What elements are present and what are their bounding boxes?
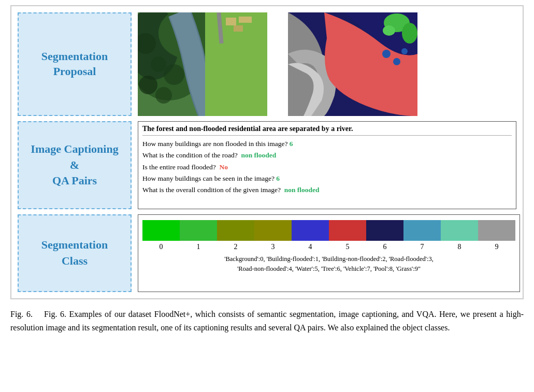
qa-answer-4: 6 [276, 175, 280, 182]
qa-question-3: Is the entire road flooded? [142, 163, 219, 171]
figure-caption: Fig. 6. Fig. 6. Examples of our dataset … [10, 308, 524, 334]
qa-answer-5: non flooded [284, 186, 320, 194]
qa-answer-3: No [219, 163, 228, 171]
svg-point-20 [401, 48, 408, 54]
main-figure: SegmentationProposal [10, 5, 524, 299]
segmentation-proposal-label: SegmentationProposal [41, 49, 108, 79]
svg-point-18 [382, 50, 391, 58]
swatch-1 [180, 220, 217, 241]
svg-rect-5 [226, 18, 236, 25]
swatch-9 [478, 220, 515, 241]
swatch-0 [142, 220, 180, 241]
svg-point-9 [151, 56, 166, 72]
qa-item-4: How many buildings can be seen in the im… [142, 173, 512, 184]
qa-question-2: What is the condition of the road? [142, 151, 241, 159]
fig-label: Fig. 6. [10, 310, 44, 318]
swatch-3 [254, 220, 292, 241]
color-labels: 0 1 2 3 4 5 6 7 8 9 [142, 243, 515, 251]
color-label-2: 2 [217, 243, 254, 251]
top-images [138, 12, 516, 116]
qa-question-5: What is the overall condition of the giv… [142, 186, 284, 194]
svg-rect-6 [239, 17, 252, 23]
aerial-svg [138, 12, 267, 116]
qa-answer-2: non flooded [241, 151, 276, 159]
color-label-1: 1 [180, 243, 217, 251]
segmentation-class-label: SegmentationClass [41, 237, 108, 269]
caption-text: The forest and non-flooded residential a… [142, 125, 512, 136]
color-label-3: 3 [254, 243, 292, 251]
bottom-row: SegmentationClass 0 1 2 3 4 5 [18, 214, 516, 292]
swatch-8 [441, 220, 478, 241]
segmentation-class-box: SegmentationClass [18, 214, 132, 292]
swatch-6 [366, 220, 403, 241]
caption-qa-content: The forest and non-flooded residential a… [138, 121, 516, 209]
qa-item-5: What is the overall condition of the giv… [142, 185, 512, 195]
top-row: SegmentationProposal [18, 12, 516, 116]
svg-point-16 [402, 23, 417, 43]
qa-question-4: How many buildings can be seen in the im… [142, 175, 276, 182]
qa-answer-1: 6 [290, 140, 293, 148]
svg-rect-7 [234, 25, 243, 32]
qa-list: How many buildings are non flooded in th… [142, 139, 512, 195]
svg-point-11 [139, 76, 157, 94]
color-label-5: 5 [329, 243, 366, 251]
svg-point-10 [164, 64, 184, 85]
seg-class-content: 0 1 2 3 4 5 6 7 8 9 'Background':0, 'Bui… [138, 214, 520, 292]
middle-row: Image Captioning&QA Pairs The forest and… [18, 121, 516, 209]
image-captioning-qa-box: Image Captioning&QA Pairs [18, 121, 132, 209]
svg-point-17 [383, 25, 395, 36]
qa-item-2: What is the condition of the road? non f… [142, 150, 512, 161]
color-label-7: 7 [403, 243, 441, 251]
segmentation-image [288, 12, 417, 116]
color-bar [142, 220, 515, 241]
segmentation-proposal-box: SegmentationProposal [18, 12, 132, 116]
qa-item-1: How many buildings are non flooded in th… [142, 139, 512, 149]
aerial-image [138, 12, 267, 116]
svg-point-12 [155, 87, 172, 104]
swatch-5 [329, 220, 366, 241]
svg-point-19 [393, 58, 400, 65]
swatch-4 [292, 220, 329, 241]
qa-item-3: Is the entire road flooded? No [142, 162, 512, 172]
color-label-9: 9 [478, 243, 515, 251]
image-captioning-qa-label: Image Captioning&QA Pairs [31, 141, 118, 189]
color-label-6: 6 [366, 243, 403, 251]
color-label-8: 8 [441, 243, 478, 251]
segmentation-svg [288, 12, 417, 116]
fig-caption-text: Fig. 6. Examples of our dataset FloodNet… [10, 310, 524, 332]
color-label-0: 0 [142, 243, 180, 251]
qa-question-1: How many buildings are non flooded in th… [142, 140, 290, 148]
color-label-4: 4 [292, 243, 329, 251]
swatch-2 [217, 220, 254, 241]
swatch-7 [403, 220, 441, 241]
class-description: 'Background':0, 'Building-flooded':1, 'B… [224, 254, 434, 274]
